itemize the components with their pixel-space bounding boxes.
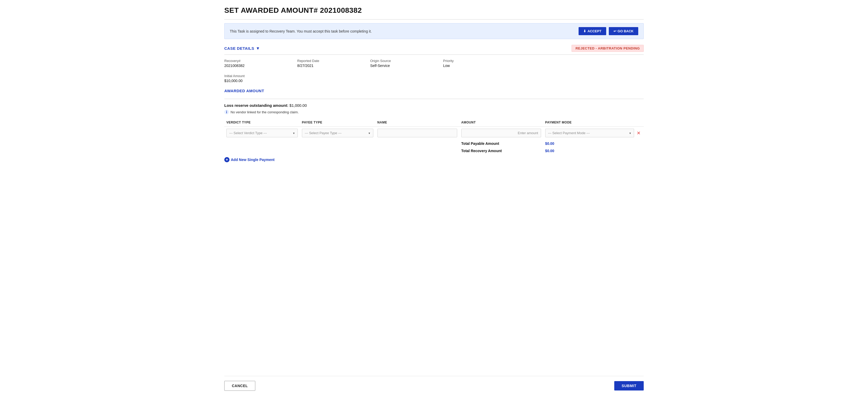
- chevron-down-icon: ▼: [256, 46, 260, 51]
- accept-label: ACCEPT: [587, 29, 601, 33]
- alert-message: This Task is assigned to Recovery Team. …: [230, 29, 372, 33]
- verdict-type-select[interactable]: --- Select Verdict Type ---: [226, 129, 298, 137]
- reported-date-value: 8/27/2021: [297, 64, 349, 68]
- vendor-notice: i No vendor linked for the corresponding…: [224, 110, 644, 114]
- accept-icon: ⬇: [583, 29, 586, 33]
- vendor-notice-text: No vendor linked for the corresponding c…: [230, 110, 299, 114]
- amount-cell: [459, 127, 543, 140]
- table-row: --- Select Verdict Type --- --- Select P…: [224, 127, 644, 140]
- field-priority: Priority Low: [443, 59, 495, 68]
- submit-button[interactable]: SUBMIT: [614, 381, 644, 391]
- total-payable-label: Total Payable Amount: [461, 142, 499, 146]
- col-header-verdict: VERDICT TYPE: [224, 119, 300, 127]
- awarded-amount-label: AWARDED AMOUNT: [224, 89, 644, 93]
- total-payable-row: Total Payable Amount $0.00: [224, 140, 644, 147]
- payment-mode-wrapper: --- Select Payment Mode --- ✕: [545, 129, 642, 137]
- payment-mode-cell: --- Select Payment Mode --- ✕: [543, 127, 644, 140]
- add-payment-label: Add New Single Payment: [231, 158, 275, 162]
- initial-amount-value: $10,000.00: [224, 79, 644, 83]
- add-icon: +: [224, 157, 229, 162]
- loss-reserve-value: $1,000.00: [289, 103, 307, 108]
- priority-value: Low: [443, 64, 495, 68]
- loss-reserve: Loss reserve outstanding amount: $1,000.…: [224, 103, 644, 108]
- alert-bar: This Task is assigned to Recovery Team. …: [224, 23, 644, 39]
- field-origin-source: Origin Source Self-Service: [370, 59, 422, 68]
- remove-payment-button[interactable]: ✕: [636, 131, 642, 135]
- name-cell: [375, 127, 459, 140]
- verdict-type-select-wrapper: --- Select Verdict Type ---: [226, 129, 298, 137]
- add-new-single-payment-button[interactable]: + Add New Single Payment: [224, 157, 275, 162]
- origin-source-label: Origin Source: [370, 59, 422, 63]
- cancel-button[interactable]: CANCEL: [224, 381, 255, 391]
- origin-source-value: Self-Service: [370, 64, 422, 68]
- info-icon: i: [224, 110, 229, 114]
- case-fields: Recovery# 2021008382 Reported Date 8/27/…: [224, 55, 644, 74]
- field-recovery-number: Recovery# 2021008382: [224, 59, 276, 68]
- col-header-name: NAME: [375, 119, 459, 127]
- status-badge: REJECTED - ARBITRATION PENDING: [571, 45, 644, 52]
- payment-mode-select-wrapper: --- Select Payment Mode ---: [545, 129, 634, 137]
- amount-input[interactable]: [461, 129, 541, 137]
- add-payment-row: + Add New Single Payment: [224, 157, 644, 162]
- payment-mode-select[interactable]: --- Select Payment Mode ---: [545, 129, 634, 137]
- verdict-type-cell: --- Select Verdict Type ---: [224, 127, 300, 140]
- reported-date-label: Reported Date: [297, 59, 349, 63]
- go-back-icon: ↩: [614, 29, 616, 33]
- alert-actions: ⬇ ACCEPT ↩ GO BACK: [579, 27, 638, 35]
- loss-reserve-label: Loss reserve outstanding amount:: [224, 103, 288, 108]
- go-back-button[interactable]: ↩ GO BACK: [609, 27, 638, 35]
- footer-bar: CANCEL SUBMIT: [224, 376, 644, 397]
- awarded-amount-section: AWARDED AMOUNT: [224, 89, 644, 96]
- total-recovery-label: Total Recovery Amount: [461, 149, 502, 153]
- case-details-toggle[interactable]: CASE DETAILS ▼: [224, 46, 260, 51]
- payee-type-cell: --- Select Payee Type ---: [300, 127, 375, 140]
- total-recovery-amount: $0.00: [545, 149, 554, 153]
- priority-label: Priority: [443, 59, 495, 63]
- field-reported-date: Reported Date 8/27/2021: [297, 59, 349, 68]
- col-header-amount: AMOUNT: [459, 119, 543, 127]
- page-title: SET AWARDED AMOUNT# 2021008382: [224, 6, 644, 14]
- title-divider: [224, 19, 644, 20]
- recovery-number-label: Recovery#: [224, 59, 276, 63]
- col-header-payee: PAYEE TYPE: [300, 119, 375, 127]
- col-header-payment-mode: PAYMENT MODE: [543, 119, 644, 127]
- go-back-label: GO BACK: [618, 29, 633, 33]
- total-payable-amount: $0.00: [545, 142, 554, 146]
- payee-type-select-wrapper: --- Select Payee Type ---: [302, 129, 373, 137]
- payment-table: VERDICT TYPE PAYEE TYPE NAME AMOUNT PAYM…: [224, 119, 644, 154]
- payee-type-select[interactable]: --- Select Payee Type ---: [302, 129, 373, 137]
- initial-amount-group: Initial Amount $10,000.00: [224, 74, 644, 83]
- name-input[interactable]: [377, 129, 457, 137]
- recovery-number-value: 2021008382: [224, 64, 276, 68]
- case-details-header: CASE DETAILS ▼ REJECTED - ARBITRATION PE…: [224, 45, 644, 52]
- section-divider: [224, 99, 644, 99]
- case-details-label: CASE DETAILS: [224, 46, 254, 51]
- total-recovery-row: Total Recovery Amount $0.00: [224, 147, 644, 154]
- initial-amount-label: Initial Amount: [224, 74, 644, 78]
- accept-button[interactable]: ⬇ ACCEPT: [579, 27, 606, 35]
